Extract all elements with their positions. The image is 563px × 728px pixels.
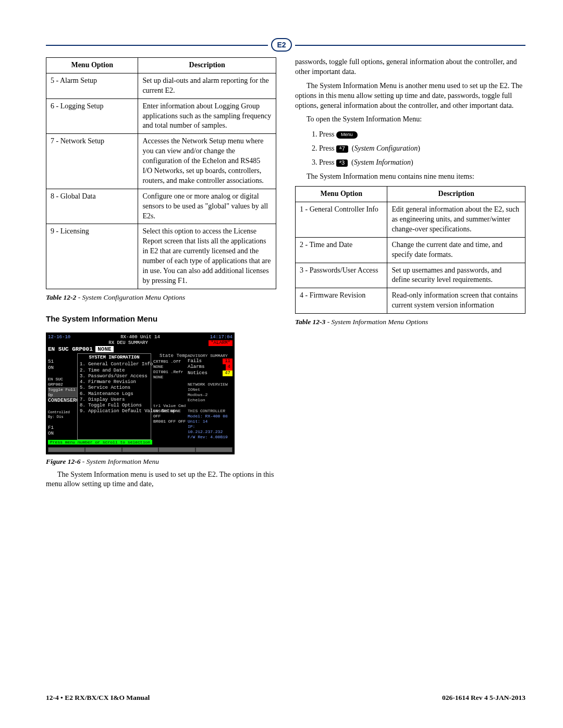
step-1: Press Menu <box>319 129 525 140</box>
page: E2 Menu Option Description 5 - Alarm Set… <box>0 0 563 728</box>
menu-key-icon: Menu <box>336 131 358 139</box>
key-7-icon: &7 <box>336 145 348 153</box>
table-row: 7 - Network Setup Accesses the Network S… <box>46 134 276 189</box>
figure-menu: SYSTEM INFORMATION 1. General Controller… <box>77 353 151 440</box>
footer-right: 026-1614 Rev 4 5-JAN-2013 <box>442 694 525 702</box>
para3: To open the System Information Menu: <box>295 115 525 125</box>
table-12-3: Menu Option Description 1 - General Cont… <box>295 186 525 314</box>
table-row: 4 - Firmware Revision Read-only informat… <box>296 288 525 314</box>
table-row: 5 - Alarm Setup Set up dial-outs and ala… <box>46 73 276 98</box>
steps-list: Press Menu Press &7 (System Configuratio… <box>295 129 525 168</box>
figure-12-6: 12-16-10 RX-400 Unit 14 14:17:04 RX DEU … <box>46 332 235 454</box>
table-row: 1 - General Controller Info Edit general… <box>296 202 525 238</box>
t12-3-header-desc: Description <box>387 187 525 202</box>
svg-text:E2: E2 <box>277 41 286 49</box>
section-title-sys-info: The System Information Menu <box>46 314 276 323</box>
table-row: 6 - Logging Setup Enter information abou… <box>46 98 276 134</box>
footer-left: 12-4 • E2 RX/BX/CX I&O Manual <box>46 694 150 702</box>
table-12-3-caption: Table 12-3 - System Information Menu Opt… <box>295 318 525 326</box>
table-12-2-caption: Table 12-2 - System Configuration Menu O… <box>46 293 276 302</box>
table-row: 2 - Time and Date Change the current dat… <box>296 237 525 263</box>
para2: The System Information Menu is another m… <box>295 81 525 111</box>
para-after-figure: The System Information menu is used to s… <box>46 470 276 490</box>
step-2: Press &7 (System Configuration) <box>319 143 525 154</box>
left-column: Menu Option Description 5 - Alarm Setup … <box>46 57 276 493</box>
table-row: 8 - Global Data Configure one or more an… <box>46 189 276 224</box>
key-3-icon: #3 <box>336 159 348 167</box>
para4: The System Information menu contains nin… <box>295 172 525 182</box>
page-footer: 12-4 • E2 RX/BX/CX I&O Manual 026-1614 R… <box>46 694 525 702</box>
logo: E2 <box>268 38 295 52</box>
table-row: 9 - Licensing Select this option to acce… <box>46 224 276 289</box>
table-12-2: Menu Option Description 5 - Alarm Setup … <box>46 57 276 289</box>
t12-3-header-option: Menu Option <box>296 187 387 202</box>
right-column: passwords, toggle full options, general … <box>295 57 525 493</box>
figure-12-6-caption: Figure 12-6 - System Information Menu <box>46 458 276 466</box>
t12-2-header-option: Menu Option <box>46 58 138 73</box>
t12-2-header-desc: Description <box>138 58 276 73</box>
para-continued: passwords, toggle full options, general … <box>295 57 525 77</box>
step-3: Press #3 (System Information) <box>319 157 525 168</box>
table-row: 3 - Passwords/User Access Set up usernam… <box>296 263 525 288</box>
